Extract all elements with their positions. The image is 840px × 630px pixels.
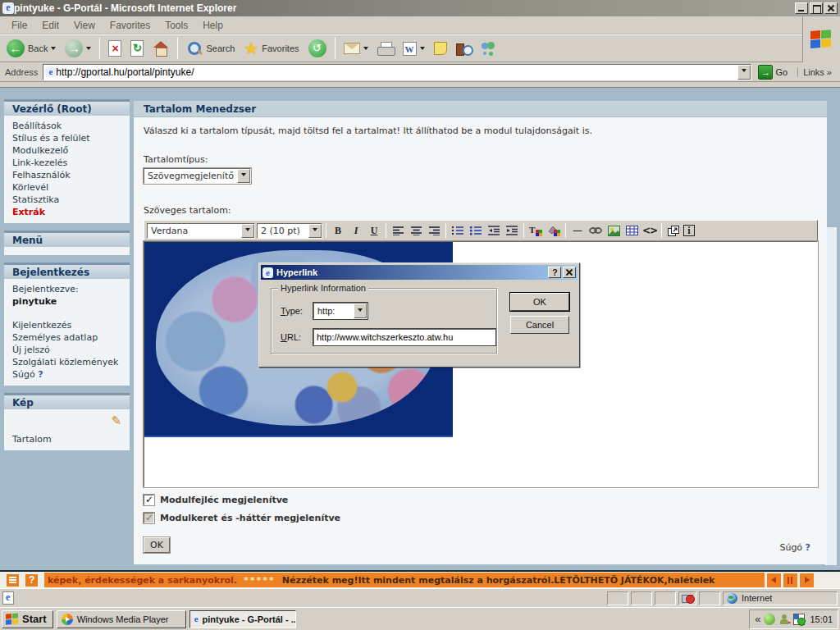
mail-button[interactable] [340,41,372,56]
restore-button[interactable] [810,2,823,14]
sidebar-item-modulkezelo[interactable]: Modulkezelő [12,144,126,157]
sidebar-item-felhasznalok[interactable]: Felhasználók [12,169,126,181]
html-source-button[interactable]: <> [641,222,658,239]
type-select[interactable]: http: [313,303,368,319]
address-dropdown-button[interactable] [737,65,751,80]
windows-flag-icon [810,30,832,49]
fullscreen-button[interactable] [665,222,682,239]
menu-tools[interactable]: Tools [158,17,194,34]
dialog-title: Hyperlink [276,267,546,277]
menu-view[interactable]: View [67,17,102,34]
sidebar-item-statisztika[interactable]: Statisztika [12,194,126,206]
stop-button[interactable]: × [105,39,125,58]
ticker-previous-button[interactable] [767,573,781,587]
ticker-pause-button[interactable] [783,573,797,587]
close-button[interactable] [824,2,838,14]
menu-file[interactable]: File [5,17,34,34]
edit-pencil-icon[interactable] [12,413,126,428]
sidebar-item-stilus[interactable]: Stílus és a felület [12,132,126,144]
forward-dropdown-icon[interactable] [86,47,91,52]
back-dropdown-icon[interactable] [51,47,56,52]
insert-link-button[interactable] [587,222,604,239]
italic-button[interactable]: I [348,222,364,239]
favorites-button[interactable]: ★ Favorites [240,39,302,58]
sidebar-item-beallitasok[interactable]: Beállítások [12,120,126,132]
sidebar-item-tartalom[interactable]: Tartalom [12,433,126,445]
tray-messenger-icon[interactable] [778,614,790,625]
dialog-cancel-button[interactable]: Cancel [510,316,569,334]
forward-button[interactable]: → [62,38,94,59]
module-frame-checkbox[interactable] [144,513,154,523]
task-ie-pintyuke[interactable]: e pintyuke - G-Portál - ... [189,610,296,628]
sidebar-item-korlevel[interactable]: Körlevél [12,181,126,194]
menu-edit[interactable]: Edit [35,17,66,34]
content-type-select[interactable]: Szövegmegjelenítő [144,168,251,184]
sidebar-item-uj-jelszo[interactable]: Új jelszó [12,344,126,356]
background-color-button[interactable] [546,222,562,239]
font-size-select[interactable]: 2 (10 pt) [257,223,322,239]
horizontal-line-button[interactable]: — [569,222,586,239]
tray-security-icon[interactable] [793,614,805,625]
mail-dropdown-icon[interactable] [363,47,368,52]
underline-button[interactable]: U [366,222,382,239]
ticker-next-button[interactable] [800,573,814,587]
messenger-button[interactable] [477,39,500,57]
dialog-close-button[interactable] [563,267,576,278]
content-type-dropdown-icon[interactable] [237,169,250,183]
indent-button[interactable] [504,222,520,239]
ordered-list-button[interactable] [450,222,466,239]
go-button[interactable]: → Go [755,64,791,80]
type-dropdown-icon[interactable] [354,304,367,318]
edit-dropdown-icon[interactable] [420,47,425,52]
align-center-button[interactable] [408,222,424,239]
url-input[interactable] [313,329,495,345]
sidebar-item-extrak[interactable]: Extrák [12,206,126,218]
address-bar: Address e → Go Links [0,62,840,82]
sidebar-item-szolgalati[interactable]: Szolgálati közlemények [12,356,126,368]
tray-green-ball-icon[interactable] [764,614,775,625]
menu-favorites[interactable]: Favorites [103,17,157,34]
notes-button[interactable] [431,40,450,57]
insert-image-button[interactable] [605,222,622,239]
minimize-button[interactable] [795,2,808,14]
edit-word-button[interactable]: W [399,40,428,57]
module-header-checkbox[interactable] [144,495,154,505]
task-windows-media-player[interactable]: Windows Media Player [57,610,186,628]
home-button[interactable] [149,39,172,57]
module-help-link[interactable]: Súgó ? [779,542,810,553]
align-right-button[interactable] [426,222,442,239]
print-button[interactable] [374,40,397,57]
menu-help[interactable]: Help [196,17,230,34]
module-help-question-mark[interactable]: ? [806,542,810,553]
tray-expand-chevron[interactable] [755,613,760,625]
sidebar-item-linkkezeles[interactable]: Link-kezelés [12,157,126,169]
text-color-button[interactable]: T [527,222,544,239]
search-button[interactable]: Search [183,39,238,58]
font-family-select[interactable]: Verdana [147,223,255,239]
start-button[interactable]: Start [2,610,53,628]
font-dropdown-icon[interactable] [241,224,254,238]
sidebar-item-szemelyes-adatlap[interactable]: Személyes adatlap [12,331,126,344]
help-question-mark[interactable]: ? [38,369,43,380]
back-button[interactable]: ← Back [3,38,59,59]
refresh-button[interactable]: ↻ [127,39,147,58]
links-menu[interactable]: Links [797,67,837,77]
ticker-menu-icon[interactable] [7,574,19,587]
dialog-ok-button[interactable]: OK [510,293,569,311]
save-ok-button[interactable]: OK [144,537,170,553]
ticker-help-icon[interactable] [25,574,38,587]
history-button[interactable]: ↺ [305,38,330,59]
bold-button[interactable]: B [330,222,346,239]
info-button[interactable]: i [683,225,695,236]
research-button[interactable] [453,40,474,57]
insert-table-button[interactable] [623,222,640,239]
address-input[interactable] [56,66,737,79]
outdent-button[interactable] [486,222,502,239]
size-dropdown-icon[interactable] [308,224,322,238]
sidebar-item-kijelentkezes[interactable]: Kijelentkezés [12,319,126,331]
align-left-button[interactable] [390,222,406,239]
sidebar-help-link[interactable]: Súgó ? [12,368,126,381]
dialog-help-button[interactable] [548,267,561,278]
bullet-list-button[interactable] [468,222,484,239]
page-scrollbar[interactable] [825,227,837,565]
